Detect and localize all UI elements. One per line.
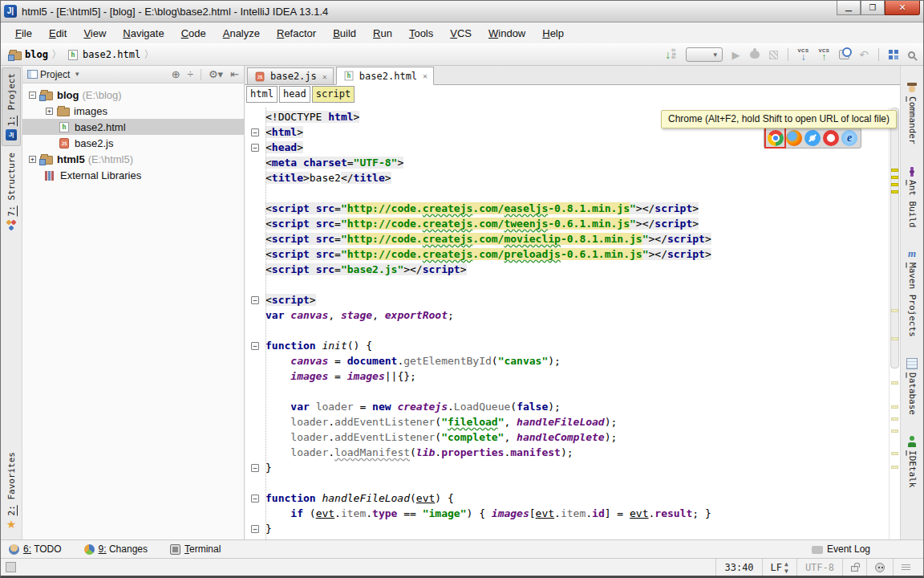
menu-view[interactable]: View <box>83 27 106 39</box>
menu-code[interactable]: Code <box>181 27 206 39</box>
code-line <box>245 384 889 399</box>
rollback-icon[interactable]: ↶ <box>859 48 869 61</box>
tree-item-external-libraries[interactable]: External Libraries <box>22 167 244 183</box>
tree-item-images[interactable]: +images <box>22 103 244 119</box>
opera-browser-icon[interactable] <box>823 130 839 146</box>
menu-edit[interactable]: Edit <box>49 27 67 39</box>
debug-icon[interactable] <box>750 51 760 59</box>
tree-item-blog[interactable]: −blog(E:\blog) <box>22 87 244 103</box>
lock-widget[interactable] <box>842 559 866 576</box>
menu-navigate[interactable]: Navigate <box>123 27 164 39</box>
status-bar: 33:40 LF ▲▼ UTF-8 <box>1 558 923 576</box>
line-separator-widget[interactable]: LF ▲▼ <box>762 559 796 576</box>
toolwindow-toggle-icon[interactable] <box>6 562 16 572</box>
encoding-widget[interactable]: UTF-8 <box>796 559 842 576</box>
expander-plus-icon[interactable]: + <box>29 156 36 163</box>
chevron-right-icon: 〉 <box>144 47 154 62</box>
editor-tab-base2-html[interactable]: base2.html✕ <box>336 67 434 85</box>
tool-stripe-tab-ant-build[interactable]: Ant Build <box>902 161 922 233</box>
tool-stripe-tab-database[interactable]: Database <box>902 353 922 420</box>
ie-browser-icon[interactable] <box>841 130 857 146</box>
close-button[interactable] <box>885 1 920 15</box>
folder-project-icon <box>40 92 53 100</box>
code-line: function handleFileLoad(evt) { <box>245 490 889 506</box>
title-bar[interactable]: html5 - [E:\html5] - [blog] - E:\blog\ba… <box>1 1 923 22</box>
fold-gutter <box>245 490 265 506</box>
menu-vcs[interactable]: VCS <box>450 27 472 39</box>
menu-window[interactable]: Window <box>488 27 525 39</box>
fold-close-icon[interactable] <box>251 525 259 533</box>
hector-face-icon <box>875 563 885 572</box>
tree-item-base2-js[interactable]: base2.js <box>22 135 244 151</box>
tool-stripe-tab-commander[interactable]: Commander <box>902 77 922 149</box>
inspection-profile-widget[interactable] <box>866 559 893 576</box>
menu-help[interactable]: Help <box>542 27 564 39</box>
down-arrow-icon: ↓ <box>665 48 671 61</box>
warning-mark <box>891 169 898 172</box>
code-text: images = images||{}; <box>265 368 889 384</box>
vcs-update-icon[interactable]: VCS ↓ <box>798 48 809 62</box>
breadcrumb-item-blog[interactable]: blog <box>9 49 48 60</box>
safari-browser-icon[interactable] <box>804 130 821 146</box>
project-structure-icon[interactable] <box>889 50 893 54</box>
editor-tab-base2-js[interactable]: base2.js✕ <box>247 67 334 84</box>
tool-stripe-tab-2-favorites[interactable]: 2: Favorites <box>2 447 21 535</box>
fold-open-icon[interactable] <box>251 144 259 152</box>
breadcrumb-item-base2.html[interactable]: base2.html <box>67 49 140 60</box>
toolwindow-button-todo[interactable]: 6: TODO <box>9 543 62 555</box>
window-controls <box>837 1 920 15</box>
menu-run[interactable]: Run <box>373 27 392 39</box>
firefox-browser-icon[interactable] <box>786 130 802 146</box>
project-panel-title[interactable]: Project <box>40 69 70 80</box>
expander-plus-icon[interactable]: + <box>46 108 53 115</box>
vcs-commit-icon[interactable]: VCS ↑ <box>818 48 829 62</box>
tool-stripe-tab-maven-projects[interactable]: Maven Projects <box>902 243 922 342</box>
search-everywhere-icon[interactable] <box>908 51 915 59</box>
menu-tools[interactable]: Tools <box>409 27 433 39</box>
fold-open-icon[interactable] <box>251 128 259 136</box>
tool-stripe-tab-7-structure[interactable]: 7: Structure <box>2 148 21 235</box>
chevron-down-icon[interactable]: ▼ <box>74 71 80 78</box>
code-line: canvas = document.getElementById("canvas… <box>245 353 889 368</box>
toolwindow-button-changes[interactable]: 9: Changes <box>84 543 148 555</box>
fold-gutter <box>245 368 265 384</box>
tool-stripe-tab-1-project[interactable]: 1: Project <box>2 67 21 146</box>
scrollbar-thumb[interactable] <box>890 108 899 368</box>
hide-panel-icon[interactable]: ⇤ <box>230 69 239 79</box>
menu-refactor[interactable]: Refactor <box>277 27 316 39</box>
gear-icon[interactable]: ⚙▾ <box>209 69 223 79</box>
fold-open-icon[interactable] <box>251 296 259 304</box>
toolwindow-button-terminal[interactable]: Terminal <box>170 543 221 555</box>
html-icon <box>344 71 353 81</box>
minimize-button[interactable] <box>837 1 861 15</box>
warning-mark <box>891 405 898 409</box>
tree-item-base2-html[interactable]: base2.html <box>22 119 244 135</box>
maximize-button[interactable] <box>861 1 885 15</box>
collapse-all-icon[interactable]: ÷ <box>188 69 193 79</box>
fold-open-icon[interactable] <box>251 495 259 503</box>
breadcrumb-chip-html[interactable]: html <box>246 86 278 103</box>
fold-close-icon[interactable] <box>251 464 259 472</box>
menu-file[interactable]: File <box>15 27 32 39</box>
locate-icon[interactable]: ⊕ <box>172 69 180 79</box>
fold-open-icon[interactable] <box>251 342 259 350</box>
breadcrumb-chip-head[interactable]: head <box>279 86 310 103</box>
fold-gutter <box>245 338 265 353</box>
tree-item-html5[interactable]: +html5(E:\html5) <box>22 151 244 167</box>
menu-build[interactable]: Build <box>333 27 356 39</box>
history-icon[interactable] <box>839 50 849 59</box>
memory-indicator[interactable] <box>893 559 918 576</box>
close-icon[interactable]: ✕ <box>423 71 428 80</box>
coverage-icon[interactable] <box>769 51 778 59</box>
tree-item-label: base2.html <box>75 121 126 133</box>
expander-minus-icon[interactable]: − <box>29 92 36 99</box>
run-configuration-dropdown[interactable]: ▼ <box>686 47 723 62</box>
caret-position-widget[interactable]: 33:40 <box>715 559 761 576</box>
menu-analyze[interactable]: Analyze <box>223 27 260 39</box>
tool-stripe-tab-idetalk[interactable]: IDEtalk <box>902 431 922 492</box>
breadcrumb-chip-script[interactable]: script <box>312 86 355 103</box>
close-icon[interactable]: ✕ <box>322 72 327 81</box>
update-project-icon[interactable]: ↓ 01 10 01 <box>665 48 675 61</box>
event-log-button[interactable]: Event Log <box>812 543 870 555</box>
run-icon[interactable]: ▶ <box>732 49 740 61</box>
